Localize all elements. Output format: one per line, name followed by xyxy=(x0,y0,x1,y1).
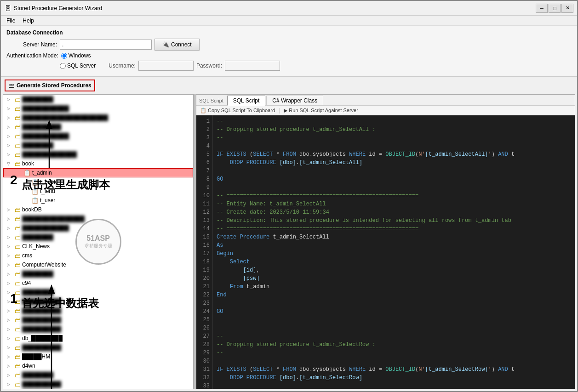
minimize-button[interactable]: ─ xyxy=(536,4,548,13)
tree-node-icon: 🗃 xyxy=(15,243,21,250)
tree-item[interactable]: ▷ 🗃 cms xyxy=(3,251,193,260)
tree-node-icon: 🗃 xyxy=(15,151,21,158)
close-button[interactable]: ✕ xyxy=(561,4,573,13)
tree-panel[interactable]: 51ASP 求精服务专题 1 首先选中数据表 2 点击这里生成 xyxy=(3,94,194,389)
tree-item[interactable]: 📋 t_book xyxy=(3,177,193,187)
tree-item[interactable]: ▷ 🗃 █████HM xyxy=(3,352,193,361)
tree-item[interactable]: 📋 t_admin xyxy=(3,168,193,177)
line-number: 16 xyxy=(199,241,210,250)
line-number: 5 xyxy=(199,150,210,159)
editor-panel: SQL Script SQL Script C# Wrapper Class 📋… xyxy=(196,94,575,389)
line-number: 29 xyxy=(199,349,210,357)
tree-item[interactable]: ▷ 🗃 ██████████████ xyxy=(3,150,193,159)
tree-node-label: db_████████ xyxy=(22,335,63,341)
tree-item[interactable]: ▷ 🗃 ████████████████ xyxy=(3,214,193,223)
tree-item[interactable]: ▷ 🗃 ████████████ xyxy=(3,131,193,141)
tree-item[interactable]: ▷ 🗃 ████████ xyxy=(3,95,193,104)
username-input[interactable] xyxy=(138,61,194,71)
line-number: 21 xyxy=(199,283,210,291)
password-input[interactable] xyxy=(225,61,280,71)
server-name-input[interactable] xyxy=(60,40,152,50)
tree-item[interactable]: ▷ 🗃 c94 xyxy=(3,278,193,288)
menu-help[interactable]: Help xyxy=(19,17,38,25)
tree-item[interactable]: ▷ 🗃 ████████ xyxy=(3,141,193,150)
tree-item[interactable]: ▷ 🗃 ██████████ xyxy=(3,297,193,306)
tree-expand-icon: ▷ xyxy=(7,308,13,313)
tab-sql-script[interactable]: SQL Script xyxy=(227,96,266,106)
code-line: -- xyxy=(217,134,571,142)
main-window: 🗄 Stored Procedure Generator Wizard ─ □ … xyxy=(0,0,578,392)
code-line: From t_admin xyxy=(217,283,571,291)
windows-auth-label: Windows xyxy=(69,52,91,59)
tree-item[interactable]: 📋 t_user xyxy=(3,196,193,205)
tree-node-label: ████████ xyxy=(22,142,53,148)
tree-item[interactable]: ▷ 🗃 ████████████ xyxy=(3,104,193,113)
tree-item[interactable]: ▽ 🗃 book xyxy=(3,159,193,168)
tree-item[interactable]: ▷ 🗃 ████████████ xyxy=(3,223,193,233)
sql-auth-option[interactable]: SQL Server xyxy=(60,62,96,69)
tree-node-icon: 🗃 xyxy=(15,261,21,268)
connect-button[interactable]: 🔌 Connect xyxy=(155,39,200,51)
code-line: -- Description: This stored procedure is… xyxy=(217,216,571,225)
tree-item[interactable]: ▷ 🗃 CLK_News xyxy=(3,242,193,251)
tree-node-label: ██████████ xyxy=(22,344,61,351)
tab-bar: SQL Script SQL Script C# Wrapper Class xyxy=(196,95,575,106)
menu-file[interactable]: File xyxy=(3,17,19,25)
tree-node-icon: 🗃 xyxy=(15,289,21,296)
tree-item[interactable]: ▷ 🗃 ██████████████████████ xyxy=(3,113,193,122)
tree-item[interactable]: ▷ 🗃 d4wn xyxy=(3,361,193,370)
tree-node-icon: 🗃 xyxy=(15,124,21,131)
tree-expand-icon: ▷ xyxy=(7,106,13,111)
tree-item[interactable]: ▷ 🗃 ████████ xyxy=(3,288,193,297)
database-tree[interactable]: ▷ 🗃 ████████ ▷ 🗃 ████████████ ▷ 🗃 ██████… xyxy=(3,95,193,389)
line-number: 10 xyxy=(199,192,210,200)
tree-node-label: ██████████ xyxy=(22,307,61,314)
tree-item[interactable]: ▷ 🗃 ██████████ xyxy=(3,324,193,334)
tree-item[interactable]: 📋 t_lend xyxy=(3,187,193,196)
tree-node-icon: 🗃 xyxy=(15,114,21,121)
tree-item[interactable]: ▷ 🗃 ██████████ xyxy=(3,315,193,324)
tree-node-icon: 🗃 xyxy=(15,252,21,259)
tree-item[interactable]: ▷ 🗃 bookDB xyxy=(3,205,193,214)
tree-expand-icon: ▷ xyxy=(7,382,13,386)
line-number: 12 xyxy=(199,208,210,216)
tree-node-label: ████████ xyxy=(22,289,53,295)
tree-item[interactable]: ▷ 🗃 ██████████ xyxy=(3,122,193,131)
code-line: [id], xyxy=(217,266,571,274)
tree-item[interactable]: ▷ 🗃 ██████████ xyxy=(3,380,193,389)
title-bar: 🗄 Stored Procedure Generator Wizard ─ □ … xyxy=(1,1,577,16)
tree-expand-icon: ▷ xyxy=(7,207,13,212)
tree-node-label: bookDB xyxy=(22,206,42,213)
copy-script-button[interactable]: 📋 Copy SQL Script To Clipboard xyxy=(200,108,275,114)
tree-item[interactable]: ▷ 🗃 db_████████ xyxy=(3,334,193,343)
tree-expand-icon: ▷ xyxy=(7,235,13,239)
tree-expand-icon: ▷ xyxy=(7,345,13,350)
windows-auth-radio[interactable] xyxy=(61,53,67,59)
tree-expand-icon: ▷ xyxy=(7,216,13,221)
tree-item[interactable]: ▷ 🗃 ██████████ xyxy=(3,343,193,352)
generate-sp-button[interactable]: 🗃 Generate Stored Procedures xyxy=(5,80,95,91)
run-script-button[interactable]: ▶ Run SQL Script Against Server xyxy=(284,108,358,114)
tree-expand-icon: ▷ xyxy=(7,152,13,157)
code-editor[interactable]: 1234567891011121314151617181920212223242… xyxy=(196,115,575,389)
tree-node-label: book xyxy=(22,160,34,167)
tree-node-icon: 🗃 xyxy=(15,234,21,241)
line-number: 19 xyxy=(199,266,210,274)
tree-node-label: ████████████ xyxy=(22,225,69,231)
line-number: 17 xyxy=(199,250,210,258)
code-content[interactable]: ---- Dropping stored procedure t_admin_S… xyxy=(213,115,575,389)
tab-csharp-wrapper[interactable]: C# Wrapper Class xyxy=(266,96,323,105)
tree-item[interactable]: ▷ 🗃 ComputerWebsite xyxy=(3,260,193,269)
code-line: DROP PROCEDURE [dbo].[t_admin_SelectAll] xyxy=(217,159,571,167)
sql-auth-radio[interactable] xyxy=(60,63,66,69)
tree-item[interactable]: ▷ 🗃 ████████ xyxy=(3,233,193,242)
tree-node-label: t_book xyxy=(40,179,57,185)
maximize-button[interactable]: □ xyxy=(549,4,561,13)
tree-item[interactable]: ▷ 🗃 ██████████ xyxy=(3,306,193,315)
code-line: -- =====================================… xyxy=(217,192,571,200)
tree-item[interactable]: ▷ 🗃 ████████ xyxy=(3,389,193,389)
tree-item[interactable]: ▷ 🗃 ████████ xyxy=(3,269,193,278)
tree-item[interactable]: ▷ 🗃 ████████ xyxy=(3,370,193,380)
windows-auth-option[interactable]: Windows xyxy=(61,52,91,59)
code-line: -- =====================================… xyxy=(217,225,571,233)
